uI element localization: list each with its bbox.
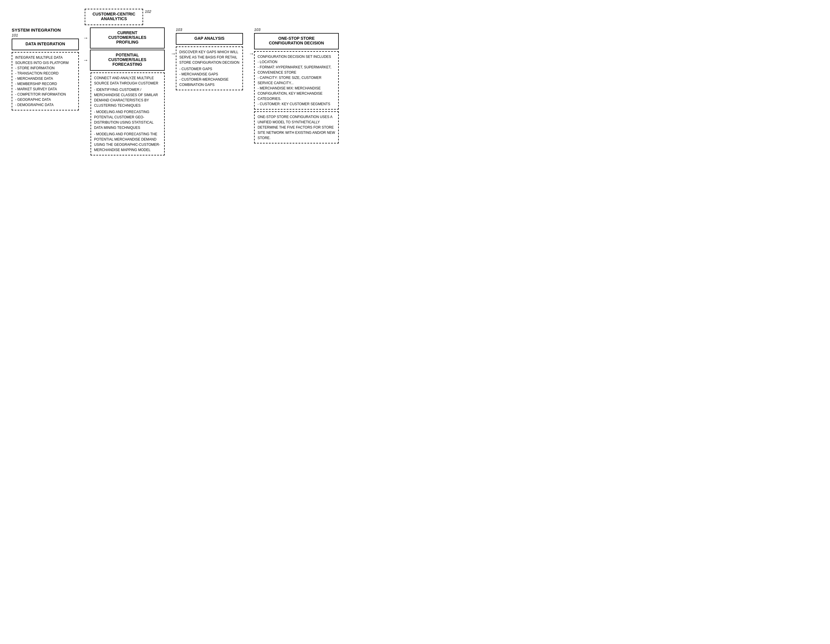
one-stop-store-title: ONE-STOP STORE CONFIGURATION DECISION — [258, 36, 335, 45]
one-stop-store-box: ONE-STOP STORE CONFIGURATION DECISION — [254, 33, 339, 49]
unified-model-content: ONE-STOP STORE CONFIGURATION USES A UNIF… — [258, 114, 335, 141]
col4-configuration: 103 ONE-STOP STORE CONFIGURATION DECISIO… — [254, 27, 339, 143]
ref103a-label: 103 — [176, 27, 182, 32]
col2-analytics: → CURRENT CUSTOMER/SALES PROFILING → POT… — [83, 27, 165, 155]
customer-centric-title: CUSTOMER-CENTRIC ANANLYTICS — [88, 12, 139, 21]
potential-forecasting-box: POTENTIAL CUSTOMER/SALES FORECASTING — [90, 50, 165, 71]
configuration-decision-content: CONFIGURATION DECISION SET INCLUDES - LO… — [258, 54, 335, 107]
col1-system-integration: SYSTEM INTEGRATION 101 DATA INTEGRATION … — [12, 27, 79, 111]
configuration-decision-details: CONFIGURATION DECISION SET INCLUDES - LO… — [254, 51, 339, 109]
current-profiling-box: CURRENT CUSTOMER/SALES PROFILING — [90, 27, 165, 49]
ref102-label: 102 — [145, 10, 151, 14]
arrow-col2-col3: → — [171, 27, 176, 57]
arrow-right-1: → — [171, 51, 176, 57]
diagram: CUSTOMER-CENTRIC ANANLYTICS 102 SYSTEM I… — [12, 9, 339, 155]
analytics-content: CONNECT AND ANALYZE MULTIPLE SOURCE DATA… — [94, 75, 161, 152]
system-integration-label: SYSTEM INTEGRATION — [12, 27, 79, 32]
current-profiling-title: CURRENT CUSTOMER/SALES PROFILING — [93, 30, 161, 44]
ref103b-label: 103 — [254, 27, 260, 32]
potential-forecasting-row: → POTENTIAL CUSTOMER/SALES FORECASTING — [83, 50, 165, 71]
data-integration-content: INTEGRATE MULTIPLE DATA SOURCES INTO GIS… — [15, 55, 75, 108]
customer-centric-box: CUSTOMER-CENTRIC ANANLYTICS — [85, 9, 143, 25]
potential-forecasting-title: POTENTIAL CUSTOMER/SALES FORECASTING — [93, 52, 161, 67]
arrow-to-potential: → — [83, 57, 88, 63]
unified-model-details: ONE-STOP STORE CONFIGURATION USES A UNIF… — [254, 111, 339, 143]
arrow-to-current: → — [83, 35, 88, 41]
data-integration-details: INTEGRATE MULTIPLE DATA SOURCES INTO GIS… — [12, 52, 79, 111]
gap-analysis-box: GAP ANALYSIS — [176, 33, 243, 45]
col3-gap-analysis: 103 GAP ANALYSIS DISCOVER KEY GAPS WHICH… — [176, 27, 243, 90]
analytics-details: CONNECT AND ANALYZE MULTIPLE SOURCE DATA… — [90, 73, 165, 155]
ref101-label: 101 — [12, 33, 18, 37]
arrow-right-2: → — [249, 51, 254, 57]
data-integration-box: DATA INTEGRATION — [12, 38, 79, 50]
gap-analysis-title: GAP ANALYSIS — [179, 36, 239, 41]
arrow-col3-col4: → — [249, 27, 254, 57]
gap-analysis-content: DISCOVER KEY GAPS WHICH WILL SERVE AS TH… — [179, 49, 239, 87]
data-integration-title: DATA INTEGRATION — [15, 41, 75, 46]
current-profiling-row: → CURRENT CUSTOMER/SALES PROFILING — [83, 27, 165, 49]
gap-analysis-details: DISCOVER KEY GAPS WHICH WILL SERVE AS TH… — [176, 46, 243, 90]
main-content: SYSTEM INTEGRATION 101 DATA INTEGRATION … — [12, 27, 339, 155]
top-section: CUSTOMER-CENTRIC ANANLYTICS 102 — [12, 9, 339, 25]
